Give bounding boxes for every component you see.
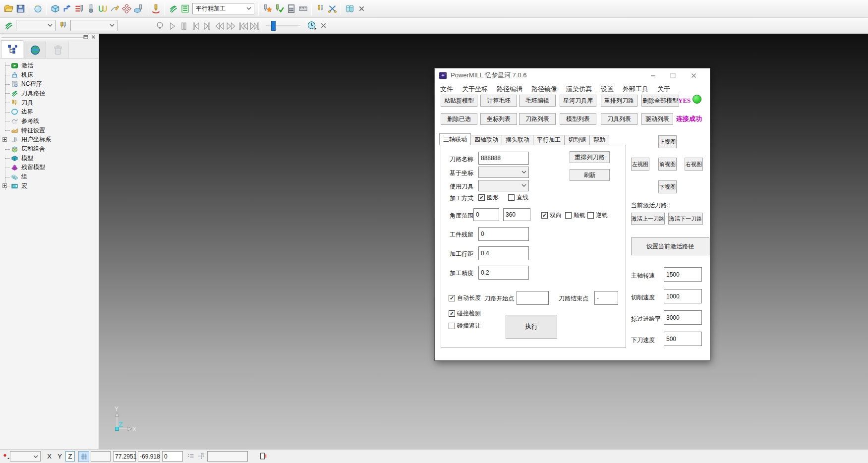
linear-checkbox[interactable] bbox=[508, 194, 515, 201]
tool-pair-icon[interactable] bbox=[314, 3, 326, 15]
tree-item-toolpaths[interactable]: 刀具路径 bbox=[0, 89, 99, 98]
tab-saw[interactable]: 切割锯 bbox=[565, 135, 590, 145]
ruler-icon[interactable] bbox=[297, 3, 309, 15]
tree-item-stock-model[interactable]: 残留模型 bbox=[0, 163, 99, 173]
paste-new-model-button[interactable]: 粘贴新模型 bbox=[441, 95, 477, 107]
step-back-icon[interactable] bbox=[189, 20, 201, 32]
minimize-icon[interactable] bbox=[645, 70, 660, 80]
angle-from-input[interactable] bbox=[473, 208, 499, 221]
angle-to-input[interactable] bbox=[503, 208, 530, 221]
open-project-icon[interactable] bbox=[2, 3, 14, 15]
tree-item-workplane[interactable]: 用户坐标系 bbox=[0, 135, 99, 145]
axis-y-button[interactable]: Y bbox=[55, 451, 64, 462]
skim-feed-input[interactable] bbox=[664, 310, 702, 325]
menu-render-sim[interactable]: 渲染仿真 bbox=[565, 84, 593, 94]
tool-burst-icon[interactable] bbox=[261, 3, 273, 15]
maximize-icon[interactable] bbox=[665, 70, 680, 80]
cylinder-pair-icon[interactable] bbox=[344, 3, 355, 15]
toolpath-list-button[interactable]: 刀路列表 bbox=[519, 113, 556, 125]
tree-item-macros[interactable]: 宏 bbox=[0, 181, 99, 191]
tree-item-pattern[interactable]: 参考线 bbox=[0, 116, 99, 126]
coordinate-x-field[interactable]: 77.2951 bbox=[113, 451, 136, 462]
cutting-feed-input[interactable] bbox=[664, 289, 702, 303]
front-view-button[interactable]: 前视图 bbox=[658, 158, 677, 171]
grid-toggle-icon[interactable] bbox=[78, 451, 89, 462]
tolerance-input[interactable] bbox=[478, 266, 529, 280]
xinghe-tool-library-button[interactable]: 星河刀具库 bbox=[560, 95, 596, 107]
pause-icon[interactable] bbox=[177, 20, 189, 32]
menu-external-tools[interactable]: 外部工具 bbox=[621, 84, 650, 94]
delete-all-models-button[interactable]: 删除全部模型 bbox=[641, 95, 679, 107]
coordinate-y-field[interactable]: -69.918 bbox=[138, 451, 160, 462]
tool-list-button[interactable]: 刀具列表 bbox=[601, 113, 637, 125]
fast-forward-icon[interactable] bbox=[225, 20, 237, 32]
tab-3axis[interactable]: 三轴联动 bbox=[439, 133, 471, 145]
base-coord-select[interactable] bbox=[478, 167, 529, 178]
stepover-input[interactable] bbox=[478, 246, 529, 260]
clock-icon[interactable] bbox=[305, 20, 317, 32]
set-active-path-button[interactable]: 设置当前激活路径 bbox=[631, 237, 709, 255]
edit-stock-button[interactable]: 毛坯编辑 bbox=[519, 95, 556, 107]
model-list-button[interactable]: 模型列表 bbox=[560, 113, 596, 125]
conventional-checkbox[interactable] bbox=[587, 212, 594, 219]
collision-check-checkbox[interactable] bbox=[449, 310, 455, 317]
xyz-list-icon[interactable] bbox=[186, 451, 196, 461]
block-icon[interactable] bbox=[49, 3, 61, 15]
reorder-toolpaths-button[interactable]: 重排列刀路 bbox=[601, 95, 637, 107]
plunge-feed-input[interactable] bbox=[664, 332, 702, 346]
tool-block-icon[interactable] bbox=[132, 3, 144, 15]
top-view-button[interactable]: 上视图 bbox=[658, 135, 677, 148]
tolerance-field[interactable] bbox=[207, 451, 248, 462]
toolpath-icon[interactable] bbox=[167, 3, 179, 15]
auto-length-checkbox[interactable] bbox=[449, 295, 455, 301]
left-view-button[interactable]: 左视图 bbox=[631, 158, 649, 171]
tab-parallel[interactable]: 平行加工 bbox=[533, 135, 565, 145]
tree-item-levels[interactable]: 层和组合 bbox=[0, 144, 99, 154]
toolbar-dropdown[interactable]: 平行精加工 bbox=[192, 3, 254, 14]
leads-links-icon[interactable] bbox=[97, 3, 109, 15]
tool-check-icon[interactable] bbox=[273, 3, 285, 15]
axis-x-button[interactable]: X bbox=[45, 451, 54, 462]
compute-stock-button[interactable]: 计算毛坯 bbox=[480, 95, 517, 107]
close-x-icon[interactable] bbox=[317, 20, 329, 32]
tab-head[interactable]: 摆头联动 bbox=[502, 135, 533, 145]
pattern-draw-icon[interactable] bbox=[109, 3, 120, 15]
tree-item-groups[interactable]: 组 bbox=[0, 172, 99, 181]
rapid-moves-icon[interactable] bbox=[61, 3, 73, 15]
menu-path-edit[interactable]: 路径编辑 bbox=[495, 84, 524, 94]
tab-help[interactable]: 帮助 bbox=[590, 135, 609, 145]
toolpath-name-input[interactable] bbox=[478, 152, 529, 165]
close-icon[interactable] bbox=[686, 70, 701, 80]
light-bulb-icon[interactable] bbox=[154, 20, 166, 32]
relative-move-icon[interactable] bbox=[196, 451, 206, 461]
activate-prev-toolpath-button[interactable]: 激活上一刀路 bbox=[631, 213, 665, 225]
panel-restore-icon[interactable] bbox=[82, 34, 89, 40]
tool-pair-icon[interactable] bbox=[57, 20, 69, 32]
stock-allowance-input[interactable] bbox=[478, 227, 529, 241]
menu-coords[interactable]: 关于坐标 bbox=[461, 84, 489, 94]
climb-checkbox[interactable] bbox=[565, 212, 572, 219]
points-pattern-icon[interactable] bbox=[120, 3, 132, 15]
go-start-icon[interactable] bbox=[237, 20, 249, 32]
bidirectional-checkbox[interactable] bbox=[541, 212, 548, 219]
tree-item-feature-set[interactable]: 特征设置 bbox=[0, 126, 99, 135]
toolbar-dropdown[interactable] bbox=[16, 20, 56, 31]
clipboard-pause-icon[interactable] bbox=[258, 451, 268, 461]
end-point-input[interactable] bbox=[594, 291, 618, 305]
calculator-icon[interactable] bbox=[285, 3, 297, 15]
execute-button[interactable]: 执行 bbox=[506, 315, 557, 339]
start-point-input[interactable] bbox=[517, 291, 549, 305]
tree-item-machine[interactable]: 机床 bbox=[0, 70, 99, 80]
step-forward-icon[interactable] bbox=[201, 20, 213, 32]
axis-z-button[interactable]: Z bbox=[65, 451, 75, 462]
menu-path-mirror[interactable]: 路径镜像 bbox=[530, 84, 559, 94]
scissors-icon[interactable] bbox=[326, 3, 338, 15]
delete-selected-button[interactable]: 删除已选 bbox=[441, 113, 477, 125]
activate-next-toolpath-button[interactable]: 激活下一刀路 bbox=[668, 213, 703, 225]
menu-settings[interactable]: 设置 bbox=[599, 84, 615, 94]
toolbar-dropdown[interactable] bbox=[70, 20, 117, 31]
coordinate-z-field[interactable]: 0 bbox=[162, 451, 183, 462]
expand-icon[interactable] bbox=[2, 183, 7, 188]
explorer-globe-tab[interactable] bbox=[24, 42, 46, 58]
refresh-button[interactable]: 刷新 bbox=[570, 169, 610, 181]
